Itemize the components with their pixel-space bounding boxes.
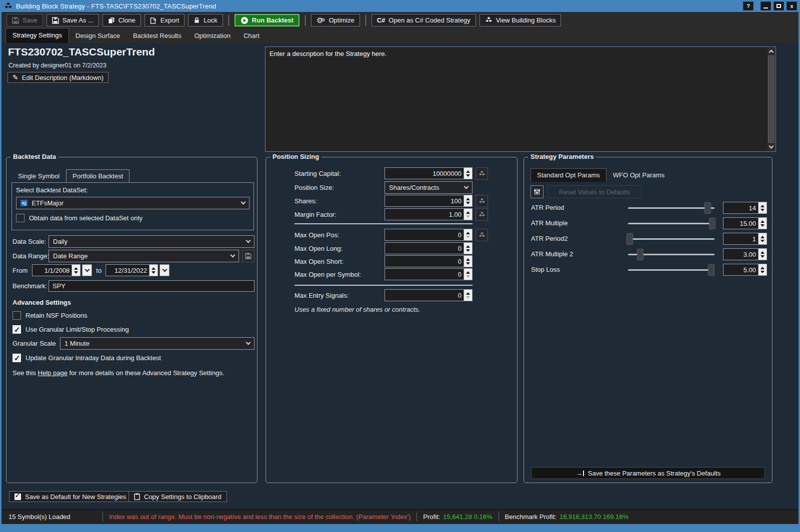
param-slider[interactable] xyxy=(628,207,714,209)
spinner[interactable] xyxy=(464,168,472,179)
tab-single-symbol[interactable]: Single Symbol xyxy=(12,169,66,183)
param-slider[interactable] xyxy=(628,238,714,240)
param-slider[interactable] xyxy=(628,269,714,271)
data-range-dropdown[interactable]: Date Range xyxy=(48,250,239,262)
max-entry-signals-input[interactable]: 0 xyxy=(384,289,472,301)
slider-handle[interactable] xyxy=(708,264,714,276)
obtain-data-checkbox[interactable] xyxy=(16,214,24,222)
slider-handle[interactable] xyxy=(626,233,633,245)
position-size-dropdown[interactable]: Shares/Contracts xyxy=(384,181,472,194)
position-sizing-note: Uses a fixed number of shares or contrac… xyxy=(294,306,420,313)
help-button[interactable]: ? xyxy=(743,1,754,10)
max-open-pos-block-button[interactable] xyxy=(476,229,488,241)
param-slider[interactable] xyxy=(628,254,714,255)
shares-label: Shares: xyxy=(294,197,317,205)
scroll-down-icon[interactable] xyxy=(768,143,775,151)
slider-handle[interactable] xyxy=(637,249,644,260)
edit-description-button[interactable]: ✎ Edit Description (Markdown) xyxy=(8,72,108,83)
obtain-data-checkbox-row[interactable]: Obtain data from selected DataSet only xyxy=(16,214,142,222)
spinner[interactable] xyxy=(464,256,472,267)
reset-values-button[interactable]: Reset Values to Defaults xyxy=(548,185,642,198)
data-scale-dropdown[interactable]: Daily xyxy=(48,235,254,248)
slider-handle[interactable] xyxy=(704,202,711,214)
starting-capital-block-button[interactable] xyxy=(476,167,488,180)
spinner[interactable] xyxy=(758,218,766,229)
minimize-button[interactable] xyxy=(760,1,771,10)
close-button[interactable]: x xyxy=(786,1,797,10)
spinner[interactable] xyxy=(464,290,472,301)
granular-processing-row[interactable]: Use Granular Limit/Stop Processing xyxy=(12,325,129,334)
param-value-input[interactable]: 15.00 xyxy=(723,217,767,229)
max-open-long-input[interactable]: 0 xyxy=(384,242,472,254)
spinner[interactable] xyxy=(464,243,472,254)
max-open-pos-input[interactable]: 0 xyxy=(384,229,472,241)
granular-processing-checkbox[interactable] xyxy=(12,325,21,334)
tab-backtest-results[interactable]: Backtest Results xyxy=(126,29,188,43)
from-calendar-dropdown[interactable] xyxy=(82,264,92,276)
save-button[interactable]: Save xyxy=(6,14,43,26)
starting-capital-input[interactable]: 10000000 xyxy=(384,167,472,179)
parameter-sliders-button[interactable] xyxy=(530,185,544,198)
spinner[interactable] xyxy=(464,195,472,206)
save-default-new-strategies-button[interactable]: Save as Default for New Strategies xyxy=(9,491,132,502)
param-value-input[interactable]: 1 xyxy=(723,233,767,245)
open-csharp-button[interactable]: C# Open as C# Coded Strategy xyxy=(372,14,476,26)
lock-button[interactable]: Lock xyxy=(188,14,222,26)
granular-scale-dropdown[interactable]: 1 Minute xyxy=(60,337,254,350)
slider-handle[interactable] xyxy=(709,218,716,229)
description-textarea[interactable]: Enter a description for the Strategy her… xyxy=(265,46,776,152)
save-parameters-defaults-button[interactable]: → Save these Parameters as Strategy's De… xyxy=(531,467,765,479)
copy-settings-button[interactable]: Copy Settings to Clipboard xyxy=(128,491,227,502)
margin-factor-block-button[interactable] xyxy=(476,208,488,221)
retain-nsf-row[interactable]: Retain NSF Positions xyxy=(12,311,88,320)
max-open-symbol-input[interactable]: 0 xyxy=(384,268,472,280)
spinner[interactable] xyxy=(758,264,766,275)
tab-design-surface[interactable]: Design Surface xyxy=(69,29,126,43)
date-spinner[interactable] xyxy=(72,265,80,276)
export-button[interactable]: Export xyxy=(144,14,185,26)
spinner[interactable] xyxy=(464,229,472,240)
scroll-up-icon[interactable] xyxy=(768,47,775,55)
building-blocks-icon xyxy=(478,232,486,239)
help-page-link[interactable]: Help page xyxy=(38,369,68,377)
spinner[interactable] xyxy=(464,209,472,220)
tab-wfo-opt-params[interactable]: WFO Opt Params xyxy=(606,168,671,182)
spinner[interactable] xyxy=(758,202,766,213)
param-label: ATR Multiple xyxy=(531,219,568,227)
to-date-input[interactable]: 12/31/2022 xyxy=(106,264,158,276)
update-granular-checkbox[interactable] xyxy=(12,354,21,362)
scrollbar-thumb[interactable] xyxy=(768,55,774,143)
param-value-input[interactable]: 14 xyxy=(723,202,767,214)
tab-strategy-settings[interactable]: Strategy Settings xyxy=(6,28,69,43)
param-slider[interactable] xyxy=(628,223,714,224)
save-data-range-button[interactable] xyxy=(242,250,254,262)
to-calendar-dropdown[interactable] xyxy=(160,264,170,276)
tab-standard-opt-params[interactable]: Standard Opt Params xyxy=(530,168,606,182)
date-spinner[interactable] xyxy=(149,265,158,276)
tab-chart[interactable]: Chart xyxy=(237,29,266,43)
run-backtest-button[interactable]: Run Backtest xyxy=(234,14,300,26)
description-scrollbar[interactable] xyxy=(768,47,775,151)
spinner[interactable] xyxy=(758,249,766,260)
benchmark-input[interactable]: SPY xyxy=(48,280,254,292)
tab-portfolio-backtest[interactable]: Portfolio Backtest xyxy=(66,169,130,183)
spinner[interactable] xyxy=(464,269,472,280)
save-as-button[interactable]: Save As ... xyxy=(46,14,99,26)
max-open-short-input[interactable]: 0 xyxy=(384,255,472,267)
spinner[interactable] xyxy=(758,233,766,244)
dataset-dropdown[interactable]: IQ ETFsMajor xyxy=(16,197,250,209)
param-value-input[interactable]: 5.00 xyxy=(723,264,767,276)
margin-factor-input[interactable]: 1.00 xyxy=(384,208,472,220)
maximize-button[interactable] xyxy=(774,1,784,10)
tab-optimization[interactable]: Optimization xyxy=(188,29,237,43)
param-value-input[interactable]: 3.00 xyxy=(723,248,767,260)
retain-nsf-checkbox[interactable] xyxy=(12,311,21,320)
update-granular-row[interactable]: Update Granular Intraday Data during Bac… xyxy=(12,354,161,362)
clone-button[interactable]: Clone xyxy=(102,14,141,26)
shares-block-button[interactable] xyxy=(476,195,488,207)
shares-input[interactable]: 100 xyxy=(384,195,472,207)
view-building-blocks-button[interactable]: View Building Blocks xyxy=(480,14,562,26)
from-date-input[interactable]: 1/1/2008 xyxy=(32,264,80,276)
profit-value: 15,641.28 0.16% xyxy=(443,513,492,521)
optimize-button[interactable]: ⚙⚙ Optimize xyxy=(311,14,360,26)
